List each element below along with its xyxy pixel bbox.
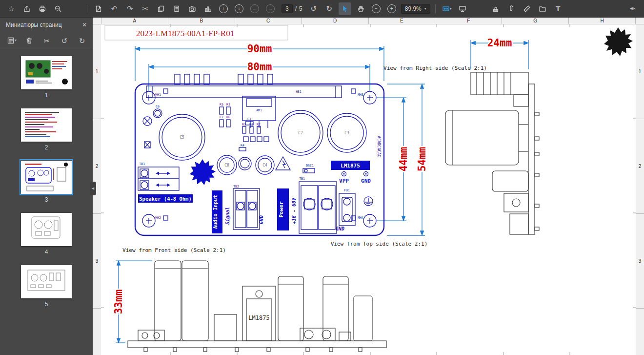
refdes-c2: C2 [298,131,303,135]
current-page-field[interactable]: 3 [282,4,293,13]
thumbnail-page-number: 3 [45,196,48,203]
zoom-search-button[interactable] [52,2,64,15]
columns-icon [204,5,212,13]
rotate-page-right-button[interactable]: ↻ [76,35,88,46]
presentation-icon [459,5,466,13]
undo-button[interactable]: ↶ [108,2,121,15]
refdes-fu1: FU1 [344,188,350,192]
thumbnail-options-button[interactable]: ▾ [6,35,18,46]
zoom-in-button[interactable]: + [385,2,398,15]
page-down-button[interactable]: ↓ [233,2,245,15]
text-tool-button[interactable]: T [552,2,564,15]
thumbnail-page-number: 2 [45,144,48,151]
arrow-right-circle-icon: → [266,4,275,13]
refdes-mh1: MH1 [155,93,161,97]
page-thumbnail-4[interactable]: 4 [21,213,72,255]
extract-pages-button[interactable]: ✂ [41,35,53,46]
document-page[interactable]: 2023-LM1875-00A1-FP-R01 90mm 80mm 44mm [101,24,636,355]
snapshot-button[interactable] [186,2,199,15]
refdes-tb2: TB2 [233,185,239,188]
arrow-up-circle-icon: ↑ [219,4,228,13]
text-tool-label: T [556,4,560,13]
refdes-c8: C8 [224,163,229,167]
thumbnails-toolbar: ▾ ✂ ↺ ↻ [0,32,93,49]
dim-board-width: 90mm [247,43,272,55]
options-icon [7,37,15,44]
thumbnail-image [21,108,72,142]
page-indicator[interactable]: 3 / 5 [280,4,304,13]
refdes-r1: R1 [249,123,253,126]
presentation-button[interactable] [456,2,469,15]
ruler-row-label: 2 [636,119,644,214]
signature-button[interactable]: ✒ [626,2,639,15]
toolbar-divider [435,4,436,13]
attachment-button[interactable] [505,2,518,15]
page-up-button[interactable]: ↑ [217,2,230,15]
pdf-viewer-window: ☆ ↶ ↷ ✂ ↑ ↓ ← → 3 / 5 ↺ ↻ − + 89.9% ▾ [0,0,644,355]
measure-button[interactable] [521,2,533,15]
redo-button[interactable]: ↷ [123,2,136,15]
refdes-r2: R2 [257,123,261,126]
sidebar-collapse-handle[interactable]: ◀ [90,182,96,195]
refdes-r3: R3 [226,103,230,106]
zoom-out-button[interactable]: − [370,2,382,15]
page-thumbnail-2[interactable]: 2 [21,108,72,151]
page-thumbnail-3[interactable]: 3 [21,161,72,203]
vpp-label: VPP [339,178,349,184]
copy-button[interactable] [155,2,167,15]
thumbnail-image [21,265,72,298]
rotate-left-button[interactable]: ↺ [307,2,320,15]
share-icon [23,5,31,13]
ruler-column-label: A [101,18,168,24]
rotate-right-button[interactable]: ↻ [323,2,336,15]
scissors-icon: ✂ [44,37,50,44]
refdes-c4: C4 [262,163,267,167]
document-canvas: A B C D E F G H 1 2 3 1 2 3 [93,18,644,355]
dim-hole-span-y: 44mm [398,147,409,172]
chevron-down-icon: ▾ [450,7,452,11]
front-view: 33mm LM1875 [113,261,386,352]
right-view-label: View from Right side (Scale 2:1) [383,65,487,71]
thumbnail-page-number: 1 [45,92,48,99]
search-minus-icon [54,5,62,13]
thumbnail-image [21,213,72,246]
rotate-page-left-button[interactable]: ↺ [59,35,70,46]
audio-input-label: Audio Input [212,195,218,229]
paperclip-icon [507,5,515,13]
delete-page-button[interactable] [23,35,35,46]
rotate-ccw-icon: ↺ [310,5,317,12]
open-file-button[interactable] [536,2,549,15]
close-panel-button[interactable]: ✕ [82,21,87,28]
page-prev-button[interactable]: ← [248,2,261,15]
cut-button[interactable]: ✂ [139,2,152,15]
columns-button[interactable] [201,2,214,15]
rotate-cw-icon: ↻ [326,5,332,12]
plus-circle-icon: + [387,4,396,13]
paste-button[interactable] [170,2,183,15]
page-thumbnail-5[interactable]: 5 [21,265,72,308]
page-thumbnail-1[interactable]: 1 [21,56,72,99]
ruler-icon [523,5,531,13]
fit-width-button[interactable]: ▾ [441,2,453,15]
trash-icon [25,37,33,44]
favorites-button[interactable]: ☆ [5,2,18,15]
redo-icon: ↷ [127,5,133,12]
copy-icon [157,5,165,13]
print-icon [39,5,46,13]
chip-label: LM1875 [341,163,360,169]
scissors-icon: ✂ [142,5,149,12]
ruler-column-label: G [502,18,569,24]
refdes-hs1: HS1 [296,90,302,94]
page-next-button[interactable]: → [264,2,277,15]
refdes-mh3: MH3 [358,93,363,97]
print-button[interactable] [36,2,49,15]
edit-page-button[interactable] [92,2,105,15]
pcb-top-view: HS1 AM1 C5 C2 C3 C8 [135,74,384,235]
stamp-icon [492,5,500,13]
select-tool-button[interactable] [339,2,351,15]
share-button[interactable] [20,2,33,15]
hand-tool-button[interactable] [354,2,367,15]
stamp-button[interactable] [489,2,502,15]
ruler-row-label: 1 [636,24,644,119]
zoom-level-dropdown[interactable]: 89.9% ▾ [401,4,430,14]
